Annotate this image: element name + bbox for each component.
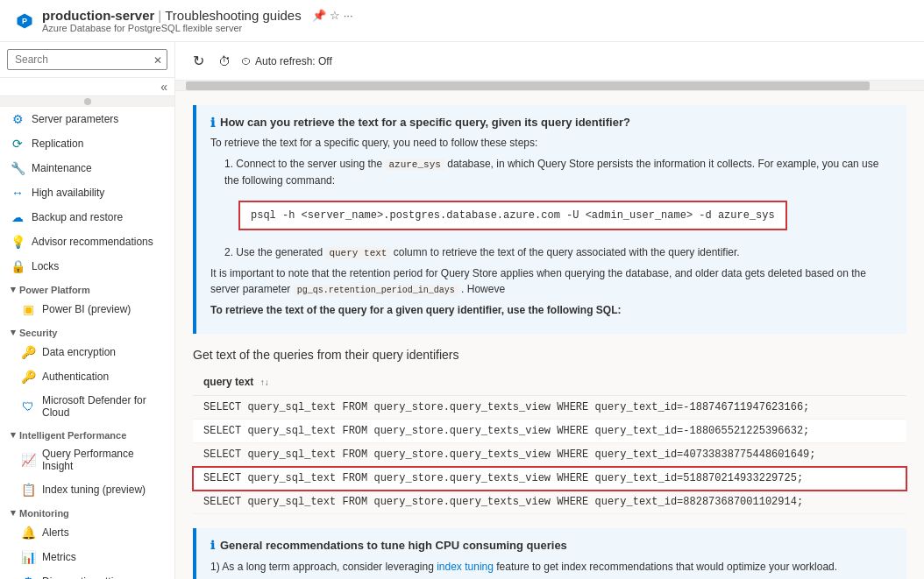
backup-icon: ☁: [11, 210, 25, 224]
chevron-down-icon: ▾: [11, 284, 16, 295]
scrollbar-thumb[interactable]: [186, 81, 870, 90]
retrieve-bold: To retrieve the text of the query for a …: [210, 302, 892, 318]
table-row[interactable]: SELECT query_sql_text FROM query_store.q…: [193, 443, 906, 467]
diagnostic-icon: ⚙: [21, 575, 35, 579]
step1-text: 1. Connect to the server using the azure…: [210, 156, 892, 188]
column-header-query-text: query text ↑↓: [193, 369, 906, 396]
sidebar-label-index-tuning: Index tuning (preview): [42, 484, 146, 496]
info-question: ℹ How can you retrieve the text for a sp…: [210, 116, 892, 130]
sidebar-item-metrics[interactable]: 📊 Metrics: [0, 545, 174, 569]
more-icon[interactable]: ···: [344, 9, 353, 22]
data-encryption-icon: 🔑: [21, 345, 35, 359]
refresh-button[interactable]: ↻: [189, 49, 208, 73]
alerts-icon: 🔔: [21, 526, 35, 540]
sidebar-item-server-parameters[interactable]: ⚙ Server parameters: [0, 107, 174, 131]
recommend-item-1: 1) As a long term approach, consider lev…: [210, 559, 892, 575]
sidebar-label-backup-restore: Backup and restore: [32, 211, 123, 223]
search-clear-icon[interactable]: ✕: [153, 54, 162, 67]
sidebar-item-locks[interactable]: 🔒 Locks: [0, 254, 174, 279]
sidebar: ✕ « ⚙ Server parameters ⟳ Replication 🔧 …: [0, 42, 175, 579]
sidebar-label-metrics: Metrics: [42, 551, 76, 563]
info-box-question: ℹ How can you retrieve the text for a sp…: [193, 105, 906, 334]
sidebar-section-intelligent-performance[interactable]: ▾ Intelligent Performance: [0, 424, 174, 442]
step2-code: query text: [325, 247, 390, 259]
timer-button[interactable]: ⏱: [215, 51, 234, 72]
server-name: production-server: [42, 8, 154, 23]
maintenance-icon: 🔧: [11, 161, 25, 175]
sidebar-item-authentication[interactable]: 🔑 Authentication: [0, 364, 174, 389]
recommend-title: ℹ General recommendations to tune high C…: [210, 539, 892, 552]
sidebar-collapse-button[interactable]: «: [160, 80, 167, 94]
index-tuning-link[interactable]: index tuning: [437, 561, 494, 573]
query-perf-icon: 📈: [21, 453, 35, 467]
table-row[interactable]: SELECT query_sql_text FROM query_store.q…: [193, 420, 906, 443]
sidebar-item-alerts[interactable]: 🔔 Alerts: [0, 520, 174, 545]
search-input[interactable]: [7, 49, 167, 70]
sidebar-item-index-tuning[interactable]: 📋 Index tuning (preview): [0, 477, 174, 502]
recommend-info-icon: ℹ: [210, 539, 215, 552]
header-subtitle: Azure Database for PostgreSQL flexible s…: [42, 23, 353, 33]
sidebar-label-data-encryption: Data encryption: [42, 346, 116, 358]
index-tuning-icon: 📋: [21, 483, 35, 497]
metrics-icon: 📊: [21, 550, 35, 564]
svg-text:P: P: [22, 17, 27, 25]
sidebar-item-maintenance[interactable]: 🔧 Maintenance: [0, 156, 174, 180]
sidebar-label-query-performance: Query Performance Insight: [42, 448, 164, 472]
recommend-num-1: 1): [210, 561, 222, 573]
sidebar-label-diagnostic-settings: Diagnostic settings: [42, 575, 131, 579]
table-row[interactable]: SELECT query_sql_text FROM query_store.q…: [193, 396, 906, 420]
table-row[interactable]: SELECT query_sql_text FROM query_store.q…: [193, 467, 906, 491]
sidebar-item-defender[interactable]: 🛡 Microsoft Defender for Cloud: [0, 389, 174, 424]
auto-refresh-label: ⏲ Auto refresh: Off: [241, 55, 332, 67]
header-separator: |: [158, 8, 161, 23]
sidebar-item-power-bi[interactable]: ▣ Power BI (preview): [0, 297, 174, 321]
gear-icon: ⚙: [11, 112, 25, 126]
info-icon: ℹ: [210, 116, 215, 130]
defender-icon: 🛡: [21, 399, 35, 413]
sidebar-label-power-bi: Power BI (preview): [42, 303, 131, 315]
sidebar-item-high-availability[interactable]: ↔ High availability: [0, 180, 174, 205]
pin-icon[interactable]: 📌: [312, 9, 326, 22]
retention-text: It is important to note that the retenti…: [210, 265, 892, 297]
toolbar: ↻ ⏱ ⏲ Auto refresh: Off: [175, 42, 924, 81]
content-area: ↻ ⏱ ⏲ Auto refresh: Off ℹ How can you re…: [175, 42, 924, 579]
section-title: Get text of the queries from their query…: [193, 348, 906, 362]
sidebar-label-alerts: Alerts: [42, 526, 69, 539]
step1-code: azure_sys: [385, 159, 444, 171]
query-table: query text ↑↓ SELECT query_sql_text FROM…: [193, 369, 906, 514]
info-intro-text: To retrieve the text for a specific quer…: [210, 135, 892, 151]
star-icon[interactable]: ☆: [330, 9, 340, 22]
sidebar-section-monitoring[interactable]: ▾ Monitoring: [0, 502, 174, 520]
search-area: ✕: [0, 42, 174, 78]
sidebar-label-maintenance: Maintenance: [32, 162, 92, 174]
sort-icon[interactable]: ↑↓: [260, 378, 269, 387]
table-row[interactable]: SELECT query_sql_text FROM query_store.q…: [193, 491, 906, 514]
main-layout: ✕ « ⚙ Server parameters ⟳ Replication 🔧 …: [0, 42, 924, 579]
sidebar-item-backup-restore[interactable]: ☁ Backup and restore: [0, 205, 174, 229]
sidebar-label-locks: Locks: [32, 260, 59, 272]
sidebar-item-query-performance[interactable]: 📈 Query Performance Insight: [0, 442, 174, 477]
chevron-down-icon-4: ▾: [11, 507, 16, 519]
sidebar-label-replication: Replication: [32, 138, 83, 150]
horizontal-scrollbar[interactable]: [175, 81, 924, 91]
main-content: ℹ How can you retrieve the text for a sp…: [175, 91, 924, 579]
sidebar-label-advisor: Advisor recommendations: [32, 236, 153, 248]
header: P production-server | Troubleshooting gu…: [0, 0, 924, 42]
sidebar-label-authentication: Authentication: [42, 371, 109, 383]
replication-icon: ⟳: [11, 137, 25, 151]
page-title: Troubleshooting guides: [165, 8, 301, 23]
sidebar-item-diagnostic-settings[interactable]: ⚙ Diagnostic settings: [0, 569, 174, 579]
sidebar-item-data-encryption[interactable]: 🔑 Data encryption: [0, 340, 174, 364]
sidebar-section-power-platform[interactable]: ▾ Power Platform: [0, 279, 174, 297]
auth-icon: 🔑: [21, 370, 35, 384]
sidebar-label-defender: Microsoft Defender for Cloud: [42, 394, 164, 419]
sidebar-item-replication[interactable]: ⟳ Replication: [0, 131, 174, 156]
sidebar-item-advisor[interactable]: 💡 Advisor recommendations: [0, 229, 174, 254]
command-code-block: psql -h <server_name>.postgres.database.…: [238, 201, 787, 230]
sidebar-section-security[interactable]: ▾ Security: [0, 321, 174, 340]
sidebar-label-server-parameters: Server parameters: [32, 113, 118, 125]
chevron-down-icon-3: ▾: [11, 429, 16, 441]
retention-param: pg_qs.retention_period_in_days: [294, 285, 458, 296]
auto-refresh-icon: ⏲: [241, 55, 252, 67]
chevron-down-icon-2: ▾: [11, 327, 16, 338]
